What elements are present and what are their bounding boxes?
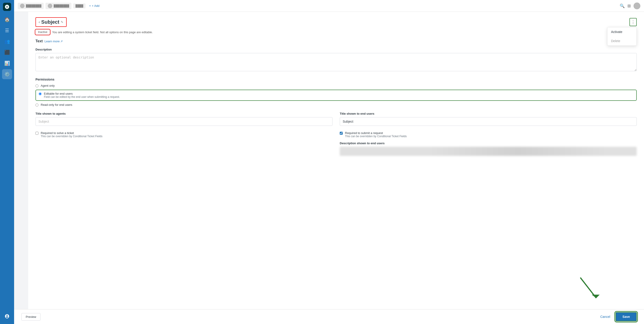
desc-endusers-blurred xyxy=(340,147,637,156)
page-title-box: ‹ Subject ✎ xyxy=(36,17,67,27)
required-submit-sublabel: This can be overridden by Conditional Ti… xyxy=(345,135,406,138)
title-agents-input[interactable] xyxy=(36,117,332,126)
desc-endusers-section: Description shown to end users xyxy=(340,142,637,156)
user-avatar[interactable] xyxy=(634,3,640,9)
tab-label-1: ████████ xyxy=(26,4,42,8)
topbar-tabs: ████████ ████████ ████ + + Add xyxy=(18,3,617,9)
page-header: ‹ Subject ✎ ⋮ Activate Delete xyxy=(36,17,637,27)
readonly-label: Read-only for end users xyxy=(41,103,72,107)
edit-icon[interactable]: ✎ xyxy=(61,20,64,24)
topbar: ████████ ████████ ████ + + Add 🔍 ⊞ xyxy=(14,0,644,12)
title-agents-label: Title shown to agents xyxy=(36,112,332,115)
add-icon: + xyxy=(89,4,91,8)
external-link-icon: ↗ xyxy=(60,40,63,43)
main-content: ‹ Subject ✎ ⋮ Activate Delete Inactive Y… xyxy=(28,12,644,324)
learn-more-link[interactable]: Learn more ↗ xyxy=(44,40,63,43)
desc-endusers-label: Description shown to end users xyxy=(340,142,637,145)
required-solve-col: Required to solve a ticket This can be o… xyxy=(36,131,332,156)
required-submit-row: Required to submit a request This can be… xyxy=(340,131,637,138)
title-endusers-col: Title shown to end users xyxy=(340,112,637,126)
agent-only-option[interactable]: Agent only xyxy=(36,84,637,87)
footer-right: Cancel Save xyxy=(598,312,637,321)
field-type-label: Text xyxy=(36,39,43,43)
agent-only-label: Agent only xyxy=(41,84,54,87)
inactive-badge: Inactive xyxy=(36,30,50,35)
sidebar-item-settings[interactable]: ⚙️ xyxy=(2,69,12,79)
sidebar-item-analytics[interactable]: 📊 xyxy=(2,58,12,68)
more-button-wrapper: ⋮ Activate Delete xyxy=(630,18,637,26)
status-bar: Inactive You are editing a system ticket… xyxy=(36,30,637,35)
add-label: + Add xyxy=(92,4,100,8)
required-section: Required to solve a ticket This can be o… xyxy=(36,131,637,156)
footer-spacer xyxy=(36,161,637,175)
topbar-right: 🔍 ⊞ xyxy=(620,3,640,9)
required-solve-checkbox[interactable] xyxy=(36,132,38,135)
title-agents-col: Title shown to agents xyxy=(36,112,332,126)
footer: Preview Cancel Save xyxy=(14,309,644,324)
required-solve-row: Required to solve a ticket This can be o… xyxy=(36,131,332,138)
add-button[interactable]: + + Add xyxy=(87,3,101,9)
permissions-section: Permissions Agent only Editable for end … xyxy=(36,78,637,107)
required-solve-label: Required to solve a ticket xyxy=(41,131,102,135)
required-submit-col: Required to submit a request This can be… xyxy=(340,131,637,156)
sidebar-item-objects[interactable]: ⬛ xyxy=(2,47,12,57)
readonly-option[interactable]: Read-only for end users xyxy=(36,103,637,107)
tab-avatar-2 xyxy=(48,4,52,8)
tab-label-3: ████ xyxy=(76,4,83,8)
sidebar-item-zendesk[interactable] xyxy=(2,311,12,321)
field-type-section: Text Learn more ↗ xyxy=(36,39,637,43)
topbar-tab-3[interactable]: ████ xyxy=(73,4,86,9)
required-solve-sublabel: This can be overridden by Conditional Ti… xyxy=(41,135,102,138)
sidebar-item-contacts[interactable]: 👥 xyxy=(2,37,12,47)
status-message: You are editing a system ticket field. N… xyxy=(52,31,153,34)
title-endusers-label: Title shown to end users xyxy=(340,112,637,115)
tab-avatar-1 xyxy=(20,4,24,8)
editable-sublabel: Field can be edited by the end user when… xyxy=(44,95,120,99)
required-submit-label: Required to submit a request xyxy=(345,131,406,135)
editable-radio[interactable] xyxy=(39,92,42,95)
required-submit-checkbox[interactable] xyxy=(340,132,343,135)
delete-button[interactable]: Delete xyxy=(608,37,636,46)
back-button[interactable]: ‹ xyxy=(39,20,40,24)
editable-option-box: Editable for end users Field can be edit… xyxy=(36,90,637,101)
readonly-radio[interactable] xyxy=(36,104,38,107)
sidebar: 🏠 ☰ 👥 ⬛ 📊 ⚙️ xyxy=(0,0,14,324)
agent-only-radio[interactable] xyxy=(36,84,38,87)
dropdown-menu: Activate Delete xyxy=(607,27,637,46)
search-icon[interactable]: 🔍 xyxy=(620,4,625,9)
app-logo xyxy=(3,3,11,11)
apps-icon[interactable]: ⊞ xyxy=(628,4,631,9)
titles-section: Title shown to agents Title shown to end… xyxy=(36,112,637,126)
learn-more-label: Learn more xyxy=(44,40,60,43)
tab-label-2: ████████ xyxy=(54,4,69,8)
topbar-tab-1[interactable]: ████████ xyxy=(18,3,44,9)
sidebar-item-reports[interactable]: ☰ xyxy=(2,26,12,36)
permissions-title: Permissions xyxy=(36,78,637,81)
sidebar-item-home[interactable]: 🏠 xyxy=(2,15,12,25)
preview-button[interactable]: Preview xyxy=(22,313,40,320)
description-label: Description xyxy=(36,48,637,51)
editable-label: Editable for end users xyxy=(44,92,120,95)
description-section: Description xyxy=(36,48,637,72)
page-title: Subject xyxy=(41,19,59,25)
description-input[interactable] xyxy=(36,53,637,71)
more-button[interactable]: ⋮ xyxy=(630,18,637,26)
activate-button[interactable]: Activate xyxy=(608,27,636,37)
save-button[interactable]: Save xyxy=(616,312,637,321)
topbar-tab-2[interactable]: ████████ xyxy=(46,3,72,9)
cancel-button[interactable]: Cancel xyxy=(598,313,613,320)
title-endusers-input[interactable] xyxy=(340,117,637,126)
page-header-left: ‹ Subject ✎ xyxy=(36,17,67,27)
